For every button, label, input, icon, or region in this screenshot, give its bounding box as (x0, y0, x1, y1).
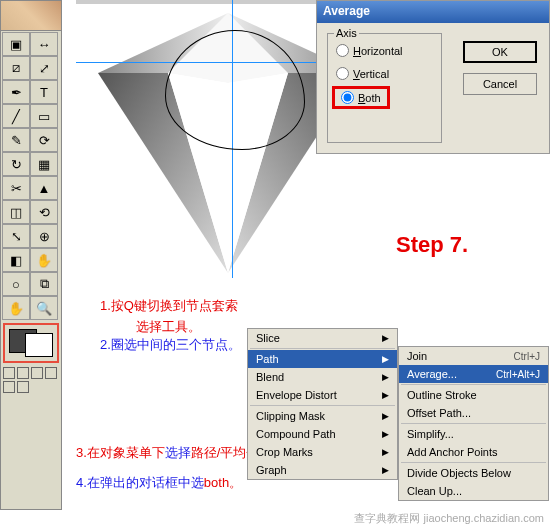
menu-cleanup[interactable]: Clean Up... (399, 482, 548, 500)
fill-stroke-swatch[interactable] (3, 323, 59, 363)
step-label: Step 7. (396, 232, 468, 258)
mode-1[interactable] (3, 367, 15, 379)
tool-line[interactable]: ╱ (2, 104, 30, 128)
tool-graph[interactable]: ⟲ (30, 200, 58, 224)
tool-direct-select[interactable]: ↔ (30, 32, 58, 56)
mode-5[interactable] (3, 381, 15, 393)
tool-warp[interactable]: ✂ (2, 176, 30, 200)
tool-rectangle[interactable]: ▭ (30, 104, 58, 128)
instruction-1: 1.按Q键切换到节点套索选择工具。 (100, 296, 238, 338)
object-submenu: Slice▶ Path▶ Blend▶ Envelope Distort▶ Cl… (247, 328, 398, 480)
radio-vertical[interactable]: Vertical (336, 67, 441, 80)
tool-pencil[interactable]: ⟳ (30, 128, 58, 152)
axis-fieldset: Axis Horizontal Vertical Both (327, 33, 442, 143)
menu-path[interactable]: Path▶ (248, 350, 397, 368)
tool-gradient[interactable]: ⊕ (30, 224, 58, 248)
instruction-4: 4.在弹出的对话框中选both。 (76, 474, 242, 492)
radio-both[interactable]: Both (332, 86, 390, 109)
app-logo (1, 1, 61, 31)
tool-type[interactable]: T (30, 80, 58, 104)
menu-compound[interactable]: Compound Path▶ (248, 425, 397, 443)
menu-offset[interactable]: Offset Path... (399, 404, 548, 422)
menu-clipping[interactable]: Clipping Mask▶ (248, 407, 397, 425)
tool-lasso[interactable]: ⤢ (30, 56, 58, 80)
menu-envelope[interactable]: Envelope Distort▶ (248, 386, 397, 404)
menu-average[interactable]: Average...Ctrl+Alt+J (399, 365, 548, 383)
ok-button[interactable]: OK (463, 41, 537, 63)
menu-crop[interactable]: Crop Marks▶ (248, 443, 397, 461)
mode-4[interactable] (45, 367, 57, 379)
dialog-title: Average (317, 1, 549, 23)
path-submenu: JoinCtrl+J Average...Ctrl+Alt+J Outline … (398, 346, 549, 501)
tool-rotate[interactable]: ↻ (2, 152, 30, 176)
tool-magic-wand[interactable]: ⧄ (2, 56, 30, 80)
mode-2[interactable] (17, 367, 29, 379)
tool-scissors[interactable]: ⧉ (30, 272, 58, 296)
tool-eyedropper[interactable]: ◧ (2, 248, 30, 272)
watermark: 查字典教程网 jiaocheng.chazidian.com (354, 511, 544, 526)
tool-scale[interactable]: ▦ (30, 152, 58, 176)
menu-addanchor[interactable]: Add Anchor Points (399, 443, 548, 461)
menu-graph[interactable]: Graph▶ (248, 461, 397, 479)
toolbox: ▣ ↔ ⧄ ⤢ ✒ T ╱ ▭ ✎ ⟳ ↻ ▦ ✂ ▲ ◫ ⟲ ⤡ ⊕ ◧ ✋ … (0, 0, 62, 510)
menu-outline[interactable]: Outline Stroke (399, 386, 548, 404)
tool-blend[interactable]: ✋ (30, 248, 58, 272)
menu-divide[interactable]: Divide Objects Below (399, 464, 548, 482)
tool-zoom[interactable]: 🔍 (30, 296, 58, 320)
toolbox-modes (1, 365, 61, 395)
average-dialog: Average Axis Horizontal Vertical Both OK… (316, 0, 550, 154)
tool-hand[interactable]: ✋ (2, 296, 30, 320)
menu-join[interactable]: JoinCtrl+J (399, 347, 548, 365)
tool-grid: ▣ ↔ ⧄ ⤢ ✒ T ╱ ▭ ✎ ⟳ ↻ ▦ ✂ ▲ ◫ ⟲ ⤡ ⊕ ◧ ✋ … (1, 31, 61, 321)
tool-mesh[interactable]: ⤡ (2, 224, 30, 248)
tool-symbol[interactable]: ◫ (2, 200, 30, 224)
tool-pen[interactable]: ✒ (2, 80, 30, 104)
tool-slice[interactable]: ○ (2, 272, 30, 296)
mode-3[interactable] (31, 367, 43, 379)
axis-label: Axis (334, 27, 359, 39)
menu-slice[interactable]: Slice▶ (248, 329, 397, 347)
tool-paintbrush[interactable]: ✎ (2, 128, 30, 152)
cancel-button[interactable]: Cancel (463, 73, 537, 95)
tool-selection[interactable]: ▣ (2, 32, 30, 56)
radio-horizontal[interactable]: Horizontal (336, 44, 441, 57)
tool-free-transform[interactable]: ▲ (30, 176, 58, 200)
mode-6[interactable] (17, 381, 29, 393)
menu-blend[interactable]: Blend▶ (248, 368, 397, 386)
instruction-2: 2.圈选中间的三个节点。 (100, 336, 241, 354)
menu-simplify[interactable]: Simplify... (399, 425, 548, 443)
